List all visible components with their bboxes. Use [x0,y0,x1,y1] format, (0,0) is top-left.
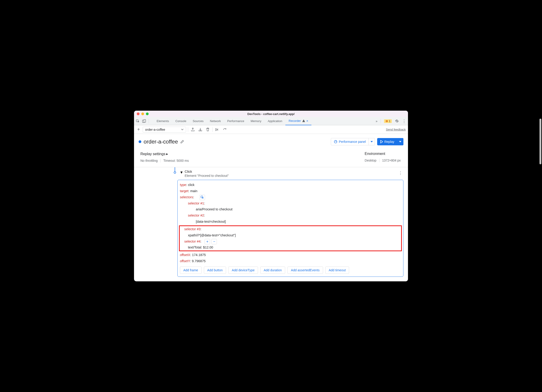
panel-tabs: Elements Console Sources Network Perform… [134,117,408,125]
recording-title: order-a-coffee [144,139,178,145]
timeline [139,167,177,277]
divider [149,119,149,124]
recording-header: order-a-coffee Performance panel Replay [134,134,408,150]
steps-area: ▼ Click Element "Proceed to checkout" ⋮ … [134,167,408,281]
step-title: Click [185,170,229,173]
add-frame-button[interactable]: Add frame [180,267,202,274]
performance-panel-button[interactable]: Performance panel [331,138,369,145]
settings-bar: Replay settings ▸ No throttling Timeout:… [134,150,408,167]
environment-label: Environment [365,152,403,156]
export-icon[interactable] [190,127,196,132]
highlighted-selectors: selector #3: xpath///*[@data-test="check… [179,226,402,251]
remove-selector-button[interactable]: − [211,239,217,244]
flask-icon [302,120,305,122]
minimize-window-button[interactable] [141,113,144,115]
add-timeout-button[interactable]: Add timeout [325,267,349,274]
more-tabs-icon[interactable]: » [376,119,378,123]
import-icon[interactable] [197,127,203,132]
step-header[interactable]: ▼ Click Element "Proceed to checkout" ⋮ [177,167,403,180]
env-device: Desktop [365,159,379,162]
tab-recorder[interactable]: Recorder × [285,117,311,125]
step-subtitle: Element "Proceed to checkout" [185,174,229,177]
timeline-line [175,167,175,171]
step-play-icon[interactable] [214,127,220,132]
performance-panel-dropdown[interactable] [369,138,375,145]
device-icon[interactable] [142,119,146,123]
send-feedback-link[interactable]: Send feedback [386,128,406,131]
tab-network[interactable]: Network [207,117,224,125]
add-property-buttons: Add frame Add button Add deviceType Add … [180,267,401,274]
svg-rect-2 [144,120,146,122]
step-body: type: click target: main selectors: sele… [177,180,403,277]
timeout-value: Timeout: 5000 ms [163,159,192,162]
performance-panel-group: Performance panel [331,138,375,145]
inspect-icon[interactable] [136,119,140,123]
divider [212,127,212,132]
recording-name: order-a-coffee [145,128,165,131]
replay-dropdown[interactable] [397,138,403,145]
tab-console[interactable]: Console [172,117,190,125]
divider [188,127,188,132]
svg-rect-4 [387,120,387,121]
warnings-badge[interactable]: 1 [384,119,392,123]
tab-label: Recorder [289,119,301,123]
play-icon [380,140,383,143]
maximize-window-button[interactable] [146,113,149,115]
tab-elements[interactable]: Elements [153,117,172,125]
status-dot [139,140,141,143]
tab-performance[interactable]: Performance [224,117,247,125]
caret-right-icon: ▸ [166,152,168,156]
replay-button[interactable]: Replay [377,138,397,145]
add-button-button[interactable]: Add button [204,267,226,274]
add-recording-icon[interactable]: + [136,126,141,133]
tab-sources[interactable]: Sources [190,117,207,125]
divider [381,119,381,124]
svg-rect-5 [387,121,387,122]
tab-application[interactable]: Application [265,117,286,125]
step-code: type: click target: main selectors: sele… [180,182,401,264]
caret-down-icon: ▼ [180,171,183,175]
kebab-menu-icon[interactable]: ⋮ [402,119,406,123]
replay-group: Replay [377,138,403,145]
timeline-dot [174,171,176,174]
close-tab-icon[interactable]: × [306,119,308,123]
throttling-value: No throttling [141,159,161,162]
pick-selector-button[interactable] [200,195,205,200]
window-title: DevTools - coffee-cart.netlify.app/ [248,112,295,116]
replay-settings-toggle[interactable]: Replay settings ▸ [141,152,192,156]
add-assertedevents-button[interactable]: Add assertedEvents [287,267,323,274]
env-size: 1372×804 px [382,159,403,162]
devtools-window: DevTools - coffee-cart.netlify.app/ Elem… [134,111,408,281]
add-devicetype-button[interactable]: Add deviceType [228,267,258,274]
add-selector-button[interactable]: + [205,239,210,244]
step-menu-icon[interactable]: ⋮ [397,170,403,176]
settings-icon[interactable] [395,119,399,123]
recorder-toolbar: + order-a-coffee Send feedback [134,125,408,134]
delete-icon[interactable] [205,127,211,132]
chevron-down-icon [181,129,184,130]
edit-icon[interactable] [180,140,184,144]
recording-selector[interactable]: order-a-coffee [143,127,186,133]
inspect-tools [136,119,153,124]
tab-memory[interactable]: Memory [248,117,265,125]
gauge-icon [334,140,337,144]
traffic-lights [137,113,149,115]
close-window-button[interactable] [137,113,140,115]
titlebar: DevTools - coffee-cart.netlify.app/ [134,111,408,117]
add-duration-button[interactable]: Add duration [260,267,285,274]
replay-again-icon[interactable] [222,127,228,132]
